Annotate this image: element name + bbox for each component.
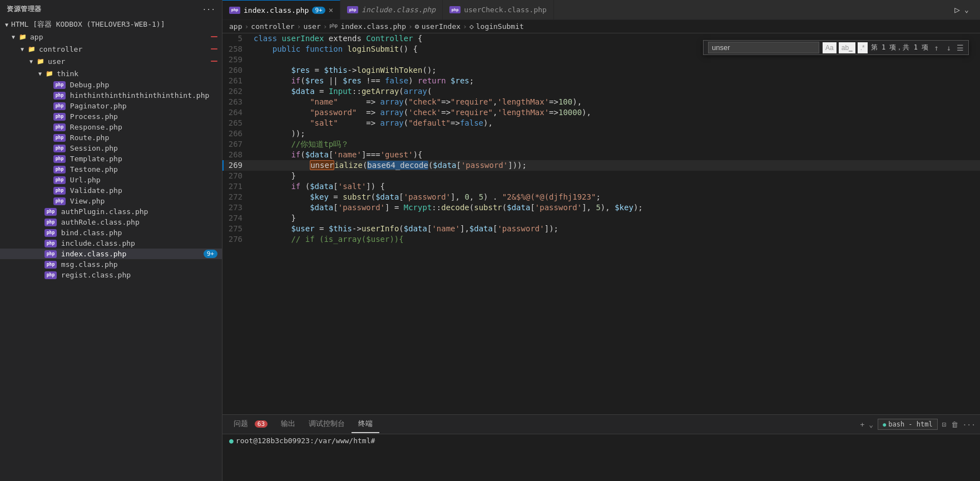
line-number: 261 [222, 76, 251, 86]
file-label: authPlugin.class.php [61, 207, 222, 216]
tab-bar: php index.class.php 9+ × php include.cla… [222, 0, 980, 20]
tree-think[interactable]: ▼ 📁 think [0, 67, 222, 80]
delete-terminal-button[interactable]: 🗑 [951, 420, 958, 429]
whole-word-button[interactable]: ab_ [839, 42, 855, 53]
run-button[interactable]: ▷ [954, 4, 960, 15]
terminal-name-text: bash - html [888, 420, 932, 428]
code-line: 271 if ($data['salt']) { [222, 181, 980, 192]
tab-output[interactable]: 输出 [274, 415, 302, 433]
regex-button[interactable]: .* [858, 42, 868, 53]
tab-close-1[interactable]: × [329, 6, 333, 14]
line-number: 259 [222, 54, 251, 65]
sidebar-title: 资源管理器 [7, 4, 42, 14]
list-item[interactable]: php Response.php [0, 122, 222, 132]
list-item[interactable]: php Testone.php [0, 164, 222, 175]
tab-index-class[interactable]: php index.class.php 9+ × [222, 0, 340, 19]
match-case-button[interactable]: Aa [823, 42, 837, 53]
line-content: if ($data['salt']) { [251, 181, 980, 192]
line-number: 264 [222, 107, 251, 118]
tab-problems[interactable]: 问题 63 [227, 415, 274, 433]
search-next-button[interactable]: ↓ [944, 42, 953, 53]
add-terminal-button[interactable]: + [860, 420, 865, 429]
search-bar: Aa ab_ .* 第 1 项，共 1 项 ↑ ↓ ☰ [703, 40, 969, 55]
sidebar-content: ▼ HTML [容器 KODBOX (THELOVER3-WEB-1)] ▼ 📁… [0, 18, 222, 481]
run-more-icon[interactable]: ⌄ [964, 6, 976, 14]
list-item[interactable]: php msg.class.php [0, 259, 222, 270]
search-menu-button[interactable]: ☰ [957, 43, 964, 52]
problems-badge: 63 [255, 420, 268, 428]
list-item[interactable]: php authRole.class.php [0, 217, 222, 227]
tab-usercheck-class[interactable]: php userCheck.class.php [443, 0, 554, 19]
list-item[interactable]: php hinthinthinthinthinthinthint.php [0, 90, 222, 101]
file-label: Process.php [70, 112, 222, 121]
tab-terminal[interactable]: 终端 [352, 415, 379, 433]
file-label: index.class.php [61, 250, 204, 258]
file-label: View.php [70, 197, 222, 205]
list-item[interactable]: php index.class.php 9+ [0, 249, 222, 259]
code-line: 276 // if (is_array($user)){ [222, 234, 980, 245]
code-editor[interactable]: 5 class userIndex extends Controller { 2… [222, 33, 980, 414]
file-label: Paginator.php [70, 102, 222, 110]
list-item[interactable]: php regist.class.php [0, 270, 222, 280]
list-item[interactable]: php Route.php [0, 132, 222, 143]
terminal-more-button[interactable]: ··· [963, 420, 976, 429]
tab-include-class[interactable]: php include.class.php [340, 0, 443, 19]
bc-app[interactable]: app [229, 22, 242, 31]
search-highlight-unser: unser [310, 160, 334, 170]
bc-userindex[interactable]: userIndex [422, 22, 461, 31]
php-icon: php [53, 155, 66, 163]
split-terminal-button[interactable]: ⊡ [942, 420, 947, 429]
terminal-actions: + ⌄ ● bash - html ⊡ 🗑 ··· [860, 419, 976, 430]
terminal-name-label[interactable]: ● bash - html [878, 419, 938, 430]
list-item[interactable]: php Template.php [0, 153, 222, 164]
list-item[interactable]: php Url.php [0, 175, 222, 185]
tab-debug-console[interactable]: 调试控制台 [302, 415, 352, 433]
terminal-dropdown-button[interactable]: ⌄ [869, 420, 873, 429]
php-icon: php [53, 113, 66, 121]
file-label: bind.class.php [61, 229, 222, 237]
code-line: 263 "name" => array("check"=>"require",'… [222, 97, 980, 107]
list-item[interactable]: php Session.php [0, 143, 222, 153]
tree-app[interactable]: ▼ 📁 app [0, 31, 222, 43]
bc-loginsubmit[interactable]: loginSubmit [476, 22, 524, 31]
terminal-content[interactable]: ● root@128b3cb09923:/var/www/html# [222, 434, 980, 481]
sidebar-header: 资源管理器 ··· [0, 0, 222, 18]
list-item[interactable]: php Debug.php [0, 80, 222, 90]
list-item[interactable]: php Validate.php [0, 185, 222, 196]
bc-file[interactable]: index.class.php [341, 22, 406, 31]
sidebar: 资源管理器 ··· ▼ HTML [容器 KODBOX (THELOVER3-W… [0, 0, 222, 481]
file-label: Response.php [70, 123, 222, 131]
search-prev-button[interactable]: ↑ [932, 42, 941, 53]
bc-user[interactable]: user [303, 22, 320, 31]
search-input[interactable] [708, 42, 819, 53]
think-folder-icon: 📁 [44, 68, 55, 78]
php-icon: php [44, 208, 57, 216]
line-number: 263 [222, 97, 251, 107]
list-item[interactable]: php bind.class.php [0, 227, 222, 238]
bc-controller[interactable]: controller [251, 22, 294, 31]
sidebar-menu-icon[interactable]: ··· [202, 5, 215, 13]
php-icon: php [44, 240, 57, 247]
search-count: 第 1 项，共 1 项 [871, 43, 928, 52]
line-content: unserialize(base64_decode($data['passwor… [251, 160, 980, 171]
bc-userindex-icon: ⚙ [415, 22, 419, 31]
list-item[interactable]: php authPlugin.class.php [0, 206, 222, 217]
list-item[interactable]: php View.php [0, 196, 222, 206]
list-item[interactable]: php Paginator.php [0, 101, 222, 111]
php-tab-icon-2: php [347, 6, 358, 13]
list-item[interactable]: php include.class.php [0, 238, 222, 249]
php-icon: php [44, 250, 57, 258]
line-number: 273 [222, 202, 251, 213]
tree-root[interactable]: ▼ HTML [容器 KODBOX (THELOVER3-WEB-1)] [0, 18, 222, 31]
file-label: Validate.php [70, 186, 222, 195]
tree-user[interactable]: ▼ 📁 user [0, 55, 222, 67]
line-number: 260 [222, 65, 251, 76]
list-item[interactable]: php Process.php [0, 111, 222, 122]
file-label: Template.php [70, 155, 222, 163]
code-line: 275 $user = $this->userInfo($data['name'… [222, 224, 980, 234]
app-chevron: ▼ [9, 34, 18, 40]
tab-label-2: include.class.php [362, 6, 435, 14]
tree-controller[interactable]: ▼ 📁 controller [0, 43, 222, 55]
line-content: "password" => array('check'=>"require",'… [251, 107, 980, 118]
file-label: Testone.php [70, 165, 222, 173]
